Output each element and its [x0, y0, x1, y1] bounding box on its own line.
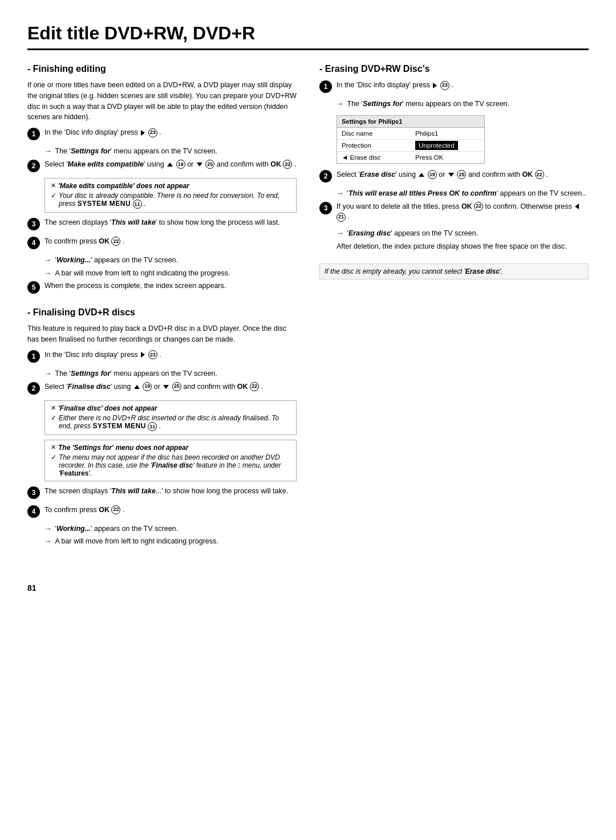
page-number: 81 [27, 583, 589, 593]
finalising-intro: This feature is required to play back a … [27, 323, 297, 345]
finalising-step-1-arrow: The 'Settings for' menu appears on the T… [44, 368, 297, 379]
finishing-editing-section: - Finishing editing If one or more title… [27, 64, 297, 294]
finishing-step-4: 4 To confirm press OK 22 . [27, 236, 297, 249]
erasing-title: - Erasing DVD+RW Disc's [319, 64, 589, 74]
unprotected-badge: Unprotected [415, 141, 458, 150]
erasing-section: - Erasing DVD+RW Disc's 1 In the 'Disc i… [319, 64, 589, 279]
finishing-editing-intro: If one or more titles have been edited o… [27, 80, 297, 123]
erasing-step-2-arrow: 'This will erase all titles Press OK to … [337, 188, 589, 199]
erasing-step-num-2: 2 [319, 170, 332, 182]
step-num-1: 1 [27, 128, 40, 140]
erasing-step-3-arrow-1: 'Erasing disc' appears on the TV screen. [337, 228, 589, 239]
erasing-step-1: 1 In the 'Disc info display' press 23 . [319, 80, 589, 93]
finalising-step-4-arrow-1: 'Working...' appears on the TV screen. [44, 524, 297, 534]
finalising-step-2: 2 Select 'Finalise disc' using 19 or 25 … [27, 382, 297, 395]
step-2-note-cross: ✕ 'Make edits compatible' does not appea… [51, 182, 290, 190]
step-2-note-check: ✓ Your disc is already compatible. There… [51, 192, 290, 209]
finishing-step-5: 5 When the process is complete, the inde… [27, 281, 297, 294]
finishing-step-2: 2 Select 'Make edits compatible' using 1… [27, 159, 297, 172]
finalising-note-1-cross: ✕ 'Finalise disc' does not appear [51, 404, 290, 412]
settings-table-row-3: ◄ Erase disc Press OK [337, 152, 484, 163]
erasing-step-num-3: 3 [319, 202, 332, 214]
step-num-2: 2 [27, 160, 40, 172]
finalising-step-1-content: In the 'Disc info display' press 23 . [44, 350, 297, 360]
finalising-step-4: 4 To confirm press OK 22 . [27, 505, 297, 518]
step-2-note: ✕ 'Make edits compatible' does not appea… [44, 178, 297, 213]
finalising-step-num-1: 1 [27, 350, 40, 363]
step-num-4: 4 [27, 237, 40, 249]
step-num-5: 5 [27, 281, 40, 294]
finalising-note-1-check: ✓ Either there is no DVD+R disc inserted… [51, 414, 290, 431]
settings-table-wrapper: Settings for Philips1 Disc name Philips1… [337, 115, 589, 164]
settings-table-cell-label-2: Protection [337, 140, 411, 151]
step-4-content: To confirm press OK 22 . [44, 236, 297, 247]
finalising-step-1: 1 In the 'Disc info display' press 23 . [27, 350, 297, 363]
settings-table-row-2: Protection Unprotected [337, 140, 484, 152]
step-1-arrow: The 'Settings for' menu appears on the T… [44, 146, 297, 157]
settings-table-cell-label-1: Disc name [337, 128, 411, 139]
settings-table-cell-value-1: Philips1 [411, 128, 484, 139]
finalising-note-2-cross: ✕ The 'Settings for' menu does not appea… [51, 444, 290, 452]
finishing-editing-title: - Finishing editing [27, 64, 297, 74]
erasing-step-1-arrow: The 'Settings for' menu appears on the T… [337, 99, 589, 109]
page-title: Edit title DVD+RW, DVD+R [27, 23, 589, 50]
step-5-content: When the process is complete, the index … [44, 281, 297, 291]
finalising-step-num-3: 3 [27, 486, 40, 499]
finalising-step-2-content: Select 'Finalise disc' using 19 or 25 an… [44, 382, 297, 392]
erase-italic-note: If the disc is empty already, you cannot… [319, 263, 589, 279]
erasing-step-3: 3 If you want to delete all the titles, … [319, 201, 589, 223]
finishing-step-3: 3 The screen displays 'This will take' t… [27, 217, 297, 230]
finishing-step-1: 1 In the 'Disc info display' press 23 . [27, 127, 297, 140]
erasing-step-3-after: After deletion, the index picture displa… [337, 241, 589, 252]
left-column: - Finishing editing If one or more title… [27, 64, 297, 561]
finalising-step-3-content: The screen displays 'This will take...' … [44, 486, 297, 497]
step-4-arrow-2: A bar will move from left to right indic… [44, 268, 297, 279]
finalising-section: - Finalising DVD+R discs This feature is… [27, 307, 297, 547]
step-1-content: In the 'Disc info display' press 23 . [44, 127, 297, 138]
step-2-cross-label: 'Make edits compatible' does not appear [58, 182, 189, 190]
erasing-step-num-1: 1 [319, 80, 332, 93]
erasing-step-2-content: Select 'Erase disc' using 19 or 25 and c… [337, 169, 589, 180]
erasing-step-2: 2 Select 'Erase disc' using 19 or 25 and… [319, 169, 589, 182]
finalising-step-num-4: 4 [27, 505, 40, 518]
settings-table-cell-value-2: Unprotected [411, 140, 484, 151]
finalising-step-num-2: 2 [27, 382, 40, 395]
finalising-note-1: ✕ 'Finalise disc' does not appear ✓ Eith… [44, 400, 297, 435]
finalising-note-2-check: ✓ The menu may not appear if the disc ha… [51, 453, 290, 477]
settings-table-row-1: Disc name Philips1 [337, 128, 484, 140]
settings-table: Settings for Philips1 Disc name Philips1… [337, 115, 485, 164]
finalising-note-2: ✕ The 'Settings for' menu does not appea… [44, 440, 297, 481]
step-3-content: The screen displays 'This will take' to … [44, 217, 297, 228]
finalising-step-3: 3 The screen displays 'This will take...… [27, 486, 297, 499]
right-column: - Erasing DVD+RW Disc's 1 In the 'Disc i… [319, 64, 589, 561]
finalising-title: - Finalising DVD+R discs [27, 307, 297, 318]
erasing-step-1-content: In the 'Disc info display' press 23 . [337, 80, 589, 91]
erasing-step-3-content: If you want to delete all the titles, pr… [337, 201, 589, 223]
settings-table-header: Settings for Philips1 [337, 116, 484, 128]
finalising-step-4-content: To confirm press OK 22 . [44, 505, 297, 516]
step-4-arrow-1: 'Working...' appears on the TV screen. [44, 255, 297, 266]
finalising-step-4-arrow-2: A bar will move from left to right indic… [44, 536, 297, 547]
settings-table-cell-label-3: ◄ Erase disc [337, 152, 411, 163]
step-2-content: Select 'Make edits compatible' using 19 … [44, 159, 297, 170]
settings-table-cell-value-3: Press OK [411, 152, 484, 163]
step-num-3: 3 [27, 218, 40, 230]
